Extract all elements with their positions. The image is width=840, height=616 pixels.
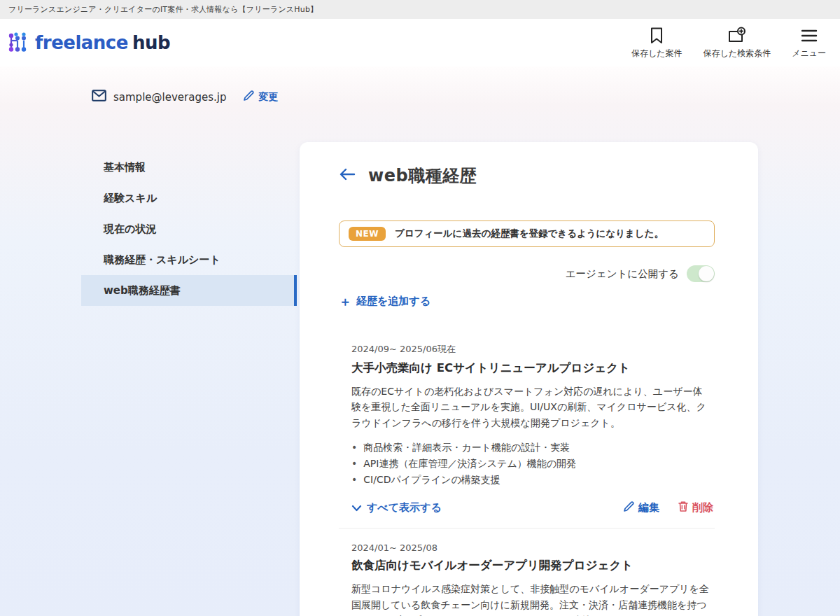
saved-jobs-button[interactable]: 保存した案件 (631, 27, 682, 59)
saved-search-icon (727, 27, 747, 45)
project-title: 大手小売業向け ECサイトリニューアルプロジェクト (351, 360, 715, 376)
publish-toggle-switch[interactable] (687, 265, 715, 282)
publish-toggle-row: エージェントに公開する (339, 265, 715, 282)
chevron-down-icon (351, 501, 362, 514)
add-history-label: 経歴を追加する (356, 295, 430, 308)
page-title: web職種経歴 (368, 164, 477, 187)
freelance-hub-logo[interactable]: freelancehub (7, 29, 170, 56)
menu-label: メニュー (792, 48, 826, 59)
sidebar-item-web-work-history[interactable]: web職務経歴書 (81, 275, 297, 306)
toggle-knob (699, 266, 714, 281)
sidebar-item-basic-info[interactable]: 基本情報 (81, 152, 297, 183)
sidebar-item-current-status[interactable]: 現在の状況 (81, 214, 297, 244)
project-bullets: •商品検索・詳細表示・カート機能の設計・実装 •API連携（在庫管理／決済システ… (351, 440, 715, 487)
sidebar-item-resume-skill-sheet[interactable]: 職務経歴・スキルシート (81, 244, 297, 275)
work-history-card: 2024/09~ 2025/06現在 大手小売業向け ECサイトリニューアルプロ… (339, 329, 715, 528)
sidebar-item-experience-skills[interactable]: 経験スキル (81, 183, 297, 214)
change-email-label: 変更 (258, 91, 278, 104)
saved-searches-button[interactable]: 保存した検索条件 (704, 27, 771, 59)
freelance-hub-dots-logo-icon (7, 29, 29, 56)
site-tagline-bar: フリーランスエンジニア・クリエイターのIT案件・求人情報なら【フリーランスHub… (0, 0, 840, 19)
menu-icon (800, 27, 818, 45)
pencil-icon (243, 90, 255, 104)
account-email-row: sample@leverages.jp 変更 (0, 66, 840, 104)
content-layout: 基本情報 経験スキル 現在の状況 職務経歴・スキルシート web職務経歴書 we… (0, 146, 840, 616)
project-title: 飲食店向けモバイルオーダーアプリ開発プロジェクト (351, 558, 715, 573)
card-footer: すべて表示する 編集 (351, 500, 715, 515)
add-history-link[interactable]: ＋ 経歴を追加する (339, 295, 430, 308)
project-period: 2024/01~ 2025/08 (351, 542, 715, 553)
trash-icon (678, 500, 689, 515)
project-description: 新型コロナウイルス感染症対策として、非接触型のモバイルオーダーアプリを全国展開し… (351, 581, 715, 616)
change-email-button[interactable]: 変更 (243, 90, 278, 104)
new-feature-notice: NEW プロフィールに過去の経歴書を登録できるようになりました。 (339, 220, 715, 247)
account-email: sample@leverages.jp (113, 91, 226, 104)
project-bullet: •CI/CDパイプラインの構築支援 (351, 472, 715, 488)
saved-jobs-label: 保存した案件 (631, 48, 682, 59)
envelope-icon (92, 90, 106, 104)
logo-wordmark: freelancehub (35, 32, 170, 53)
publish-toggle-label: エージェントに公開する (566, 267, 679, 281)
site-tagline: フリーランスエンジニア・クリエイターのIT案件・求人情報なら【フリーランスHub… (8, 4, 318, 15)
page-body: sample@leverages.jp 変更 基本情報 経験スキル 現在の状況 … (0, 66, 840, 616)
new-badge: NEW (349, 227, 386, 241)
bookmark-icon (648, 27, 665, 45)
notice-text: プロフィールに過去の経歴書を登録できるようになりました。 (395, 227, 664, 240)
saved-searches-label: 保存した検索条件 (704, 48, 771, 59)
pencil-icon (623, 500, 635, 515)
plus-icon: ＋ (339, 295, 351, 308)
delete-button[interactable]: 削除 (678, 500, 713, 515)
header: freelancehub 保存した案件 保存した検索条件 メニュー (0, 19, 840, 66)
work-history-list: 2024/09~ 2025/06現在 大手小売業向け ECサイトリニューアルプロ… (339, 329, 715, 616)
menu-button[interactable]: メニュー (792, 27, 826, 59)
card-actions: 編集 削除 (623, 500, 713, 515)
profile-sidebar: 基本情報 経験スキル 現在の状況 職務経歴・スキルシート web職務経歴書 (81, 146, 297, 306)
work-history-card: 2024/01~ 2025/08 飲食店向けモバイルオーダーアプリ開発プロジェク… (339, 528, 715, 616)
back-arrow-icon (339, 167, 356, 184)
work-history-panel: web職種経歴 NEW プロフィールに過去の経歴書を登録できるようになりました。… (300, 142, 758, 616)
header-actions: 保存した案件 保存した検索条件 メニュー (631, 27, 830, 59)
project-period: 2024/09~ 2025/06現在 (351, 343, 715, 356)
show-all-button[interactable]: すべて表示する (351, 501, 442, 514)
edit-button[interactable]: 編集 (623, 500, 659, 515)
panel-title-row: web職種経歴 (339, 162, 715, 187)
project-bullet: •API連携（在庫管理／決済システム）機能の開発 (351, 456, 715, 472)
back-button[interactable] (339, 167, 356, 184)
project-description: 既存のECサイトの老朽化およびスマートフォン対応の遅れにより、ユーザー体験を重視… (351, 384, 715, 430)
project-bullet: •商品検索・詳細表示・カート機能の設計・実装 (351, 440, 715, 456)
